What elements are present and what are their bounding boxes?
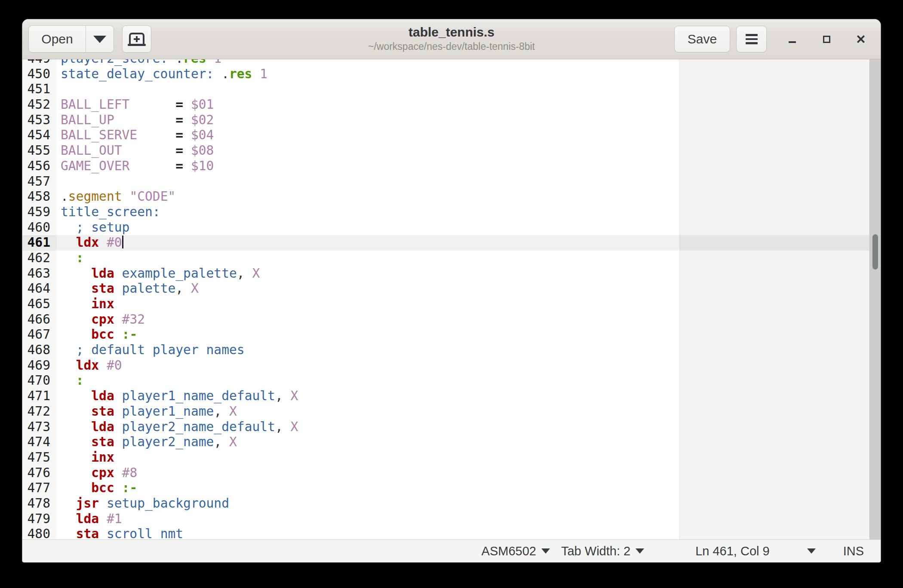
- code-line[interactable]: 472 sta player1_name, X: [22, 404, 869, 420]
- line-number: 449: [22, 59, 57, 67]
- window-maximize-icon: [823, 36, 830, 43]
- line-number: 470: [22, 373, 57, 389]
- line-number: 458: [22, 189, 57, 205]
- hamburger-icon: [746, 34, 758, 44]
- code-line[interactable]: 462 :: [22, 251, 869, 266]
- line-number: 456: [22, 159, 57, 174]
- line-number: 460: [22, 220, 57, 236]
- code-text: cpx #32: [57, 312, 145, 328]
- code-line[interactable]: 455BALL_OUT = $08: [22, 143, 869, 159]
- tab-width-selector[interactable]: Tab Width: 2: [561, 544, 644, 558]
- code-text: bcc :-: [57, 481, 137, 496]
- language-selector[interactable]: ASM6502: [482, 544, 550, 558]
- code-line[interactable]: 454BALL_SERVE = $04: [22, 128, 869, 143]
- code-line[interactable]: 450state_delay_counter: .res 1: [22, 67, 869, 82]
- code-line[interactable]: 467 bcc :-: [22, 327, 869, 343]
- code-text: sta palette, X: [57, 281, 199, 297]
- code-text: lda player2_name_default, X: [57, 420, 298, 435]
- line-number: 464: [22, 281, 57, 297]
- code-line[interactable]: 480 sta scroll_nmt: [22, 527, 869, 539]
- window-title-block: table_tennis.s ~/workspace/nes-dev/table…: [368, 24, 535, 53]
- minimize-button[interactable]: [783, 19, 801, 59]
- code-line[interactable]: 453BALL_UP = $02: [22, 113, 869, 128]
- code-line[interactable]: 478 jsr setup_background: [22, 496, 869, 511]
- line-number: 465: [22, 297, 57, 312]
- code-line[interactable]: 458.segment "CODE": [22, 189, 869, 205]
- code-text: ; setup: [57, 220, 129, 236]
- code-text: cpx #8: [57, 466, 137, 481]
- code-line[interactable]: 459title_screen:: [22, 205, 869, 220]
- code-line[interactable]: 465 inx: [22, 297, 869, 312]
- editor-view[interactable]: 449player2_score: .res 1450state_delay_c…: [22, 59, 881, 539]
- code-line[interactable]: 469 ldx #0: [22, 358, 869, 374]
- window-subtitle: ~/workspace/nes-dev/table-tennis-8bit: [368, 40, 535, 53]
- code-line[interactable]: 470 :: [22, 373, 869, 389]
- code-line[interactable]: 477 bcc :-: [22, 481, 869, 496]
- code-lines: 449player2_score: .res 1450state_delay_c…: [22, 59, 869, 539]
- code-line[interactable]: 474 sta player2_name, X: [22, 435, 869, 450]
- code-text: [57, 174, 61, 190]
- line-number: 466: [22, 312, 57, 328]
- code-text: sta player1_name, X: [57, 404, 237, 420]
- close-button[interactable]: [852, 19, 869, 59]
- save-button[interactable]: Save: [674, 26, 730, 52]
- code-line[interactable]: 452BALL_LEFT = $01: [22, 97, 869, 113]
- line-number: 469: [22, 358, 57, 374]
- line-number: 477: [22, 481, 57, 496]
- line-number: 467: [22, 327, 57, 343]
- code-line[interactable]: 457: [22, 174, 869, 190]
- text-editor-window: Open table_tennis.s ~/workspace/nes-dev/…: [22, 19, 881, 562]
- code-line[interactable]: 460 ; setup: [22, 220, 869, 236]
- code-text: [57, 82, 61, 97]
- tab-width-label: Tab Width: 2: [561, 544, 630, 558]
- code-text: BALL_LEFT = $01: [57, 97, 214, 113]
- chevron-down-icon: [807, 548, 816, 554]
- insert-mode-label: INS: [843, 544, 864, 558]
- open-recent-dropdown-button[interactable]: [86, 25, 114, 53]
- window-title: table_tennis.s: [368, 24, 535, 40]
- code-text: GAME_OVER = $10: [57, 159, 214, 174]
- code-line[interactable]: 476 cpx #8: [22, 466, 869, 481]
- code-line[interactable]: 463 lda example_palette, X: [22, 266, 869, 282]
- code-line[interactable]: 464 sta palette, X: [22, 281, 869, 297]
- code-line[interactable]: 466 cpx #32: [22, 312, 869, 328]
- code-line[interactable]: 449player2_score: .res 1: [22, 59, 869, 67]
- save-button-label: Save: [688, 32, 717, 46]
- code-line[interactable]: 468 ; default player names: [22, 343, 869, 358]
- code-text: inx: [57, 297, 114, 312]
- scrollbar-thumb[interactable]: [872, 234, 878, 270]
- goto-line-dropdown[interactable]: [807, 548, 816, 554]
- vertical-scrollbar[interactable]: [869, 59, 881, 539]
- code-line[interactable]: 456GAME_OVER = $10: [22, 159, 869, 174]
- code-line[interactable]: 475 inx: [22, 450, 869, 466]
- code-text: lda player1_name_default, X: [57, 389, 298, 404]
- chevron-down-icon: [541, 548, 550, 554]
- menu-button[interactable]: [736, 26, 767, 52]
- open-button[interactable]: Open: [28, 25, 86, 53]
- header-left-controls: Open: [28, 25, 151, 53]
- code-text: title_screen:: [57, 205, 160, 220]
- code-line[interactable]: 451: [22, 82, 869, 97]
- code-line[interactable]: 461 ldx #0: [22, 235, 869, 251]
- window-close-icon: [857, 35, 865, 43]
- chevron-down-icon: [93, 36, 106, 43]
- new-tab-button[interactable]: [122, 25, 151, 53]
- chevron-down-icon: [636, 548, 644, 554]
- language-label: ASM6502: [482, 544, 536, 558]
- cursor-position-indicator[interactable]: Ln 461, Col 9: [695, 544, 770, 558]
- code-line[interactable]: 479 lda #1: [22, 511, 869, 527]
- code-line[interactable]: 471 lda player1_name_default, X: [22, 389, 869, 404]
- code-line[interactable]: 473 lda player2_name_default, X: [22, 420, 869, 435]
- code-text: lda example_palette, X: [57, 266, 260, 282]
- maximize-button[interactable]: [818, 19, 835, 59]
- code-text: .segment "CODE": [57, 189, 175, 205]
- line-number: 457: [22, 174, 57, 190]
- open-button-label: Open: [41, 32, 73, 46]
- window-minimize-icon: [789, 41, 796, 43]
- code-text: BALL_UP = $02: [57, 113, 214, 128]
- line-number: 471: [22, 389, 57, 404]
- code-text: :: [57, 251, 83, 266]
- line-number: 461: [22, 235, 57, 251]
- line-number: 468: [22, 343, 57, 358]
- status-bar: ASM6502 Tab Width: 2 Ln 461, Col 9 INS: [22, 539, 881, 562]
